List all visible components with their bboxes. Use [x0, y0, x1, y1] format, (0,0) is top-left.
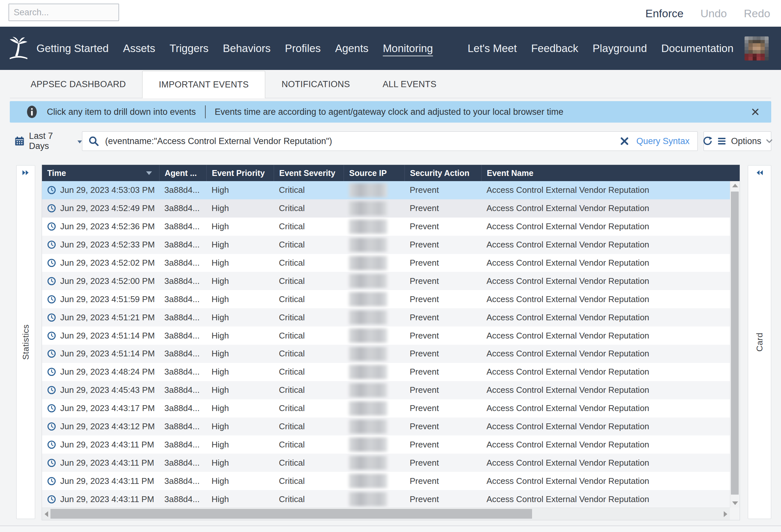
cell-action: Prevent: [405, 363, 481, 381]
search-input[interactable]: [8, 4, 119, 21]
table-row[interactable]: Jun 29, 2023 4:51:21 PM3a88d4...HighCrit…: [42, 308, 730, 326]
redo-button[interactable]: Redo: [744, 7, 770, 20]
cell-action: Prevent: [405, 236, 481, 254]
nav-item-getting-started[interactable]: Getting Started: [36, 42, 109, 55]
tab-all-events[interactable]: ALL EVENTS: [366, 71, 453, 98]
nav-item-feedback[interactable]: Feedback: [531, 42, 578, 55]
clock-icon: [47, 204, 56, 213]
nav-item-monitoring[interactable]: Monitoring: [383, 42, 433, 55]
nav-item-playground[interactable]: Playground: [592, 42, 647, 55]
cell-severity: Critical: [274, 345, 344, 363]
table-row[interactable]: Jun 29, 2023 4:51:59 PM3a88d4...HighCrit…: [42, 290, 730, 308]
column-header-time[interactable]: Time: [42, 165, 159, 181]
table-row[interactable]: Jun 29, 2023 4:53:03 PM3a88d4...HighCrit…: [42, 181, 730, 200]
redacted-source-ip: [349, 365, 387, 379]
table-row[interactable]: Jun 29, 2023 4:45:43 PM3a88d4...HighCrit…: [42, 381, 730, 399]
redacted-source-ip: [349, 220, 387, 234]
cell-severity: Critical: [274, 454, 344, 472]
cell-priority: High: [206, 326, 274, 345]
palm-island-logo-icon[interactable]: [8, 36, 29, 61]
statistics-panel-label[interactable]: Statistics: [21, 324, 31, 360]
table-row[interactable]: Jun 29, 2023 4:52:02 PM3a88d4...HighCrit…: [42, 254, 730, 272]
top-actions: Enforce Undo Redo: [645, 0, 770, 27]
redacted-source-ip: [349, 183, 387, 197]
cell-action: Prevent: [405, 254, 481, 272]
cell-severity: Critical: [274, 272, 344, 290]
user-avatar[interactable]: [745, 36, 769, 60]
table-row[interactable]: Jun 29, 2023 4:43:11 PM3a88d4...HighCrit…: [42, 454, 730, 472]
cell-agent: 3a88d4...: [159, 308, 206, 326]
clock-icon: [47, 349, 56, 358]
cell-event: Access Control External Vendor Reputatio…: [481, 218, 730, 236]
table-row[interactable]: Jun 29, 2023 4:43:11 PM3a88d4...HighCrit…: [42, 472, 730, 490]
column-header-agent[interactable]: Agent ...: [159, 165, 206, 181]
cell-priority: High: [206, 381, 274, 399]
tab-appsec-dashboard[interactable]: APPSEC DASHBOARD: [14, 71, 142, 98]
table-row[interactable]: Jun 29, 2023 4:43:12 PM3a88d4...HighCrit…: [42, 417, 730, 436]
info-icon: [26, 105, 38, 118]
statistics-panel: Statistics: [16, 165, 35, 519]
expand-statistics-icon[interactable]: [22, 169, 30, 176]
event-time: Jun 29, 2023 4:51:21 PM: [60, 312, 155, 322]
nav-item-profiles[interactable]: Profiles: [285, 42, 321, 55]
scroll-down-icon[interactable]: [732, 501, 738, 505]
scroll-left-icon[interactable]: [45, 511, 48, 517]
banner-divider: [205, 105, 206, 118]
table-row[interactable]: Jun 29, 2023 4:43:11 PM3a88d4...HighCrit…: [42, 435, 730, 454]
options-dropdown[interactable]: Options: [704, 131, 771, 151]
column-header-source-ip[interactable]: Source IP: [344, 165, 405, 181]
table-row[interactable]: Jun 29, 2023 4:52:00 PM3a88d4...HighCrit…: [42, 272, 730, 290]
tab-notifications[interactable]: NOTIFICATIONS: [265, 71, 366, 98]
nav-item-behaviors[interactable]: Behaviors: [223, 42, 271, 55]
cell-severity: Critical: [274, 435, 344, 454]
nav-item-agents[interactable]: Agents: [335, 42, 369, 55]
tab-important-events[interactable]: IMPORTANT EVENTS: [142, 71, 265, 98]
date-range-dropdown[interactable]: Last 7 Days: [10, 131, 82, 151]
column-header-event-priority[interactable]: Event Priority: [206, 165, 274, 181]
refresh-icon[interactable]: [702, 136, 713, 146]
undo-button[interactable]: Undo: [700, 7, 727, 20]
vertical-scrollbar-thumb[interactable]: [731, 191, 739, 495]
caret-down-icon: [77, 140, 82, 143]
nav-item-assets[interactable]: Assets: [123, 42, 155, 55]
enforce-button[interactable]: Enforce: [645, 7, 684, 20]
nav-item-triggers[interactable]: Triggers: [170, 42, 209, 55]
scroll-right-icon[interactable]: [724, 511, 727, 517]
table-row[interactable]: Jun 29, 2023 4:43:11 PM3a88d4...HighCrit…: [42, 490, 730, 507]
query-input[interactable]: [105, 136, 615, 147]
card-panel-label[interactable]: Card: [755, 332, 765, 352]
column-header-label: Event Severity: [279, 169, 335, 178]
nav-item-documentation[interactable]: Documentation: [661, 42, 734, 55]
column-header-event-name[interactable]: Event Name: [481, 165, 740, 181]
horizontal-scrollbar[interactable]: [42, 507, 730, 520]
redacted-source-ip: [349, 492, 387, 506]
cell-agent: 3a88d4...: [159, 326, 206, 345]
banner-close-icon[interactable]: [751, 107, 759, 116]
table-row[interactable]: Jun 29, 2023 4:52:33 PM3a88d4...HighCrit…: [42, 236, 730, 254]
cell-priority: High: [206, 435, 274, 454]
query-syntax-link[interactable]: Query Syntax: [636, 136, 690, 146]
scroll-up-icon[interactable]: [732, 184, 738, 187]
cell-event: Access Control External Vendor Reputatio…: [481, 435, 730, 454]
cell-action: Prevent: [405, 472, 481, 490]
clock-icon: [47, 259, 56, 267]
nav-menu-left: Getting StartedAssetsTriggersBehaviorsPr…: [36, 42, 433, 55]
clear-query-icon[interactable]: [621, 137, 628, 145]
column-header-label: Agent ...: [165, 169, 197, 178]
table-row[interactable]: Jun 29, 2023 4:52:36 PM3a88d4...HighCrit…: [42, 218, 730, 236]
column-header-security-action[interactable]: Security Action: [405, 165, 481, 181]
table-row[interactable]: Jun 29, 2023 4:51:14 PM3a88d4...HighCrit…: [42, 345, 730, 363]
redacted-source-ip: [349, 201, 387, 216]
options-label: Options: [731, 136, 761, 146]
table-row[interactable]: Jun 29, 2023 4:43:17 PM3a88d4...HighCrit…: [42, 399, 730, 417]
nav-item-let-s-meet[interactable]: Let's Meet: [467, 42, 517, 55]
vertical-scrollbar[interactable]: [730, 181, 740, 507]
column-header-event-severity[interactable]: Event Severity: [274, 165, 344, 181]
table-row[interactable]: Jun 29, 2023 4:48:24 PM3a88d4...HighCrit…: [42, 363, 730, 381]
tab-bar: APPSEC DASHBOARDIMPORTANT EVENTSNOTIFICA…: [10, 71, 771, 98]
table-row[interactable]: Jun 29, 2023 4:51:14 PM3a88d4...HighCrit…: [42, 326, 730, 345]
table-row[interactable]: Jun 29, 2023 4:52:49 PM3a88d4...HighCrit…: [42, 200, 730, 218]
date-range-label: Last 7 Days: [29, 131, 73, 151]
horizontal-scrollbar-thumb[interactable]: [50, 509, 532, 519]
expand-card-icon[interactable]: [755, 169, 764, 176]
